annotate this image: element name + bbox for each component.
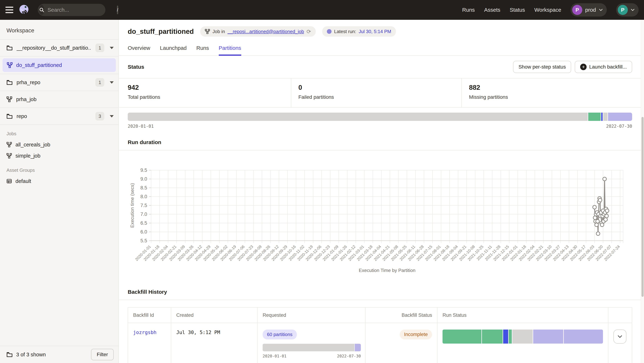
user-menu[interactable]: P [616, 3, 638, 16]
reload-icon[interactable]: ⟳ [306, 28, 311, 35]
sidebar-repo-repo[interactable]: repo 3 [0, 108, 118, 125]
nav-link-assets[interactable]: Assets [484, 7, 500, 13]
search-input[interactable] [44, 7, 117, 13]
folder-icon [6, 352, 12, 357]
partition-range-end: 2022-07-30 [606, 124, 632, 129]
repo-count-badge: 1 [95, 44, 104, 52]
stat-failed-partitions: 0 Failed partitions [291, 78, 462, 107]
global-search[interactable]: / [38, 4, 106, 16]
backfill-row-created: Jul 30, 5:12 PM [171, 323, 258, 363]
nav-link-workspace[interactable]: Workspace [534, 7, 561, 13]
top-nav: / Runs Assets Status Workspace P prod P [0, 0, 644, 20]
latest-run-label: Latest run: [334, 29, 356, 34]
job-name: simple_job [16, 153, 40, 159]
dagster-logo-icon[interactable] [18, 4, 30, 16]
job-icon [6, 153, 12, 158]
plus-circle-icon: + [580, 64, 586, 70]
folder-icon [6, 80, 12, 85]
filter-button[interactable]: Filter [91, 349, 114, 360]
stat-total-partitions: 942 Total partitions [128, 78, 291, 107]
sidebar-item-all-cereals-job[interactable]: all_cereals_job [0, 139, 118, 150]
svg-text:8.5: 8.5 [140, 185, 147, 190]
run-duration-chart: 2020-01-012020-01-182020-02-042020-02-21… [128, 150, 636, 276]
job-tabs: Overview Launchpad Runs Partitions [119, 37, 644, 56]
repo-count-badge: 3 [95, 112, 104, 120]
search-shortcut-key: / [117, 6, 118, 14]
job-origin-tag: Job in __reposi...artitioned@partitioned… [200, 26, 316, 37]
run-status-bar [442, 330, 603, 344]
svg-text:9.5: 9.5 [140, 168, 147, 173]
repo-name: prha_repo [16, 80, 92, 86]
svg-text:8.0: 8.0 [140, 194, 147, 199]
partition-range-start: 2020-01-01 [128, 124, 154, 129]
main-content: do_stuff_partitioned Job in __reposi...a… [119, 20, 644, 363]
job-icon [7, 62, 12, 68]
deployment-switcher[interactable]: P prod [570, 3, 607, 16]
nav-link-runs[interactable]: Runs [462, 7, 475, 13]
chevron-down-icon [618, 335, 622, 338]
caret-down-icon[interactable] [110, 47, 114, 49]
requested-range-end: 2022-07-30 [337, 354, 361, 358]
job-name: do_stuff_partitioned [16, 62, 62, 68]
user-avatar: P [618, 5, 628, 15]
nav-link-status[interactable]: Status [510, 7, 525, 13]
backfill-row-run-status [438, 323, 608, 363]
status-section-title: Status [128, 64, 144, 70]
svg-text:7.0: 7.0 [140, 212, 147, 217]
job-name: prha_job [16, 96, 114, 102]
jobs-section-label: Jobs [0, 125, 118, 139]
caret-down-icon[interactable] [110, 81, 114, 84]
sidebar-item-do-stuff-partitioned-selected[interactable]: do_stuff_partitioned [2, 58, 116, 72]
show-per-step-status-button[interactable]: Show per-step status [513, 61, 571, 73]
deployment-name: prod [585, 7, 596, 13]
col-expand [608, 308, 632, 323]
scrollbar-thumb[interactable] [642, 117, 644, 297]
chevron-down-icon [599, 9, 603, 11]
backfill-row-expand [608, 323, 632, 363]
col-run-status: Run Status [438, 308, 608, 323]
workspace-sidebar: Workspace __repository__do_stuff_partiti… [0, 20, 119, 363]
tab-launchpad[interactable]: Launchpad [160, 45, 186, 56]
tab-runs[interactable]: Runs [196, 45, 209, 56]
asset-groups-section-label: Asset Groups [0, 161, 118, 176]
vertical-scrollbar[interactable] [641, 20, 644, 363]
tab-overview[interactable]: Overview [128, 45, 150, 56]
sidebar-repo-repository-do-stuff[interactable]: __repository__do_stuff_partitio... 1 [0, 40, 118, 56]
repo-count-badge: 1 [95, 78, 104, 87]
requested-partitions-pill[interactable]: 60 partitions [263, 330, 297, 340]
search-icon [39, 5, 44, 15]
latest-run-tag: Latest run: Jul 30, 5:14 PM [322, 26, 396, 37]
sidebar-repo-prha-repo[interactable]: prha_repo 1 [0, 74, 118, 91]
sidebar-footer: 3 of 3 shown Filter [0, 346, 118, 363]
svg-text:6.5: 6.5 [140, 220, 147, 226]
stat-missing-partitions: 882 Missing partitions [462, 78, 632, 107]
requested-range-start: 2020-01-01 [263, 354, 286, 358]
run-status-dot-icon [327, 29, 332, 34]
hamburger-menu-icon[interactable] [6, 7, 13, 13]
asset-group-icon [6, 178, 12, 184]
backfill-history-title: Backfill History [128, 289, 635, 295]
caret-down-icon[interactable] [110, 115, 114, 118]
job-icon [6, 96, 12, 102]
tab-partitions[interactable]: Partitions [219, 45, 241, 56]
svg-text:Execution Time by Partition: Execution Time by Partition [359, 268, 415, 273]
job-name: all_cereals_job [16, 142, 50, 148]
job-origin-link[interactable]: __reposi...artitioned@partitioned_job [228, 29, 304, 34]
backfill-status-badge: Incomplete [400, 330, 432, 340]
sidebar-item-simple-job[interactable]: simple_job [0, 150, 118, 161]
expand-row-button[interactable] [614, 330, 626, 344]
svg-text:7.5: 7.5 [140, 203, 147, 208]
svg-text:6.0: 6.0 [140, 229, 147, 234]
col-requested: Requested [258, 308, 366, 323]
launch-backfill-button[interactable]: + Launch backfill... [575, 61, 632, 73]
sidebar-item-default-asset-group[interactable]: default [0, 176, 118, 187]
latest-run-link[interactable]: Jul 30, 5:14 PM [359, 29, 391, 34]
asset-group-name: default [16, 178, 31, 184]
backfill-id-link[interactable]: jozrgsbh [133, 330, 156, 335]
sidebar-item-prha-job[interactable]: prha_job [0, 91, 118, 108]
deployment-avatar: P [572, 5, 582, 15]
backfill-table: Backfill Id Created Requested Backfill S… [128, 307, 632, 363]
partition-status-bar [128, 112, 632, 121]
svg-text:9.0: 9.0 [140, 176, 147, 182]
partition-stats: 942 Total partitions 0 Failed partitions… [119, 78, 644, 108]
